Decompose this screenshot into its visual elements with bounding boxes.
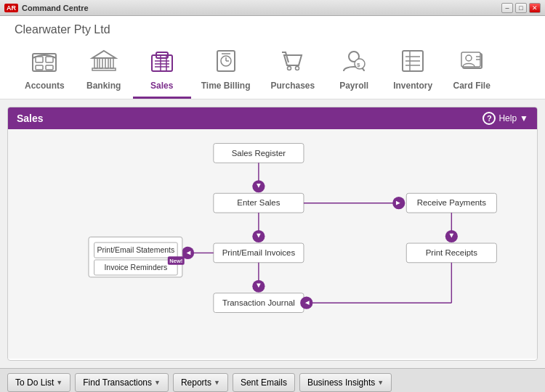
company-name: Clearwater Pty Ltd [15, 23, 530, 36]
banking-label: Banking [86, 81, 121, 91]
tab-sales[interactable]: Sales [133, 44, 191, 99]
timebilling-label: Time Billing [201, 81, 251, 91]
svg-rect-6 [94, 58, 97, 68]
svg-marker-5 [92, 51, 116, 58]
timebilling-icon [211, 48, 241, 78]
main-area: Sales ? Help ▼ Sales Register Enter Sale… [0, 99, 545, 368]
app-header: Clearwater Pty Ltd Accounts [0, 16, 545, 99]
sales-panel: Sales ? Help ▼ Sales Register Enter Sale… [7, 107, 538, 361]
panel-body: Sales Register Enter Sales Receive Payme… [8, 129, 537, 359]
window-controls: – □ ✕ [501, 3, 541, 13]
svg-rect-1 [36, 57, 43, 62]
insights-dropdown-icon: ▼ [377, 379, 384, 386]
app-badge: AR [4, 4, 18, 12]
svg-rect-8 [105, 58, 108, 68]
svg-rect-9 [110, 58, 113, 68]
minimize-button[interactable]: – [501, 3, 513, 13]
receive-payments-label[interactable]: Receive Payments [417, 198, 487, 207]
nav-tabs: Accounts Banking [15, 44, 530, 99]
svg-rect-4 [46, 65, 53, 70]
sales-icon [148, 48, 177, 78]
enter-sales-label[interactable]: Enter Sales [237, 198, 280, 207]
maximize-button[interactable]: □ [515, 3, 527, 13]
sent-emails-label: Sent Emails [241, 377, 287, 388]
todo-dropdown-icon: ▼ [56, 379, 62, 386]
business-insights-label: Business Insights [307, 377, 375, 388]
title-bar: AR Command Centre – □ ✕ [0, 0, 545, 16]
print-email-invoices-label[interactable]: Print/Email Invoices [222, 248, 296, 257]
svg-point-24 [295, 67, 299, 70]
panel-title: Sales [17, 113, 44, 124]
find-transactions-label: Find Transactions [83, 377, 152, 388]
tab-purchases[interactable]: Purchases [260, 44, 325, 99]
title-bar-left: AR Command Centre [4, 4, 89, 12]
svg-rect-10 [92, 68, 116, 70]
payroll-label: Payroll [339, 81, 368, 91]
accounts-label: Accounts [25, 81, 65, 91]
inventory-icon [398, 48, 427, 78]
svg-text:$: $ [357, 62, 360, 68]
todo-list-button[interactable]: To Do List ▼ [7, 373, 70, 392]
tab-banking[interactable]: Banking [75, 44, 133, 99]
find-dropdown-icon: ▼ [154, 379, 161, 386]
purchases-icon [278, 48, 307, 78]
invoice-reminders-label[interactable]: Invoice Reminders [104, 263, 167, 271]
panel-header: Sales ? Help ▼ [8, 107, 537, 129]
help-label: Help [498, 113, 517, 123]
sent-emails-button[interactable]: Sent Emails [233, 373, 295, 392]
new-badge: New! [169, 258, 182, 264]
help-dropdown-icon: ▼ [520, 113, 528, 123]
transaction-journal-label[interactable]: Transaction Journal [222, 298, 295, 307]
tab-payroll[interactable]: $ Payroll [325, 44, 383, 99]
find-transactions-button[interactable]: Find Transactions ▼ [75, 373, 169, 392]
purchases-label: Purchases [270, 81, 315, 91]
close-button[interactable]: ✕ [529, 3, 541, 13]
help-icon: ? [483, 112, 496, 125]
inventory-label: Inventory [393, 81, 432, 91]
svg-rect-7 [100, 58, 102, 68]
reports-label: Reports [181, 377, 211, 388]
banking-icon [89, 48, 118, 78]
flow-diagram: Sales Register Enter Sales Receive Payme… [15, 136, 530, 351]
reports-button[interactable]: Reports ▼ [173, 373, 228, 392]
app-title: Command Centre [22, 4, 89, 12]
todo-list-label: To Do List [15, 377, 54, 388]
tab-timebilling[interactable]: Time Billing [191, 44, 261, 99]
reports-dropdown-icon: ▼ [214, 379, 220, 386]
bottom-toolbar: To Do List ▼ Find Transactions ▼ Reports… [0, 368, 545, 392]
cardfile-label: Card File [453, 81, 490, 91]
sales-register-label[interactable]: Sales Register [232, 149, 286, 158]
svg-point-23 [287, 67, 291, 70]
tab-accounts[interactable]: Accounts [15, 44, 75, 99]
accounts-icon [30, 48, 59, 78]
svg-rect-3 [36, 65, 43, 70]
sales-label: Sales [150, 81, 173, 91]
cardfile-icon [457, 48, 486, 78]
print-receipts-label[interactable]: Print Receipts [426, 248, 477, 257]
tab-inventory[interactable]: Inventory [383, 44, 443, 99]
payroll-icon: $ [339, 48, 368, 78]
business-insights-button[interactable]: Business Insights ▼ [299, 373, 392, 392]
tab-cardfile[interactable]: Card File [443, 44, 501, 99]
print-email-statements-label[interactable]: Print/Email Statements [97, 245, 174, 254]
panel-help[interactable]: ? Help ▼ [483, 112, 528, 125]
svg-rect-2 [46, 57, 53, 62]
